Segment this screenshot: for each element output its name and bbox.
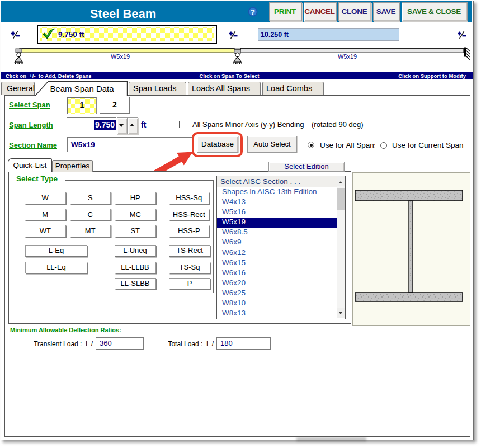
- svg-text:?: ?: [251, 8, 255, 16]
